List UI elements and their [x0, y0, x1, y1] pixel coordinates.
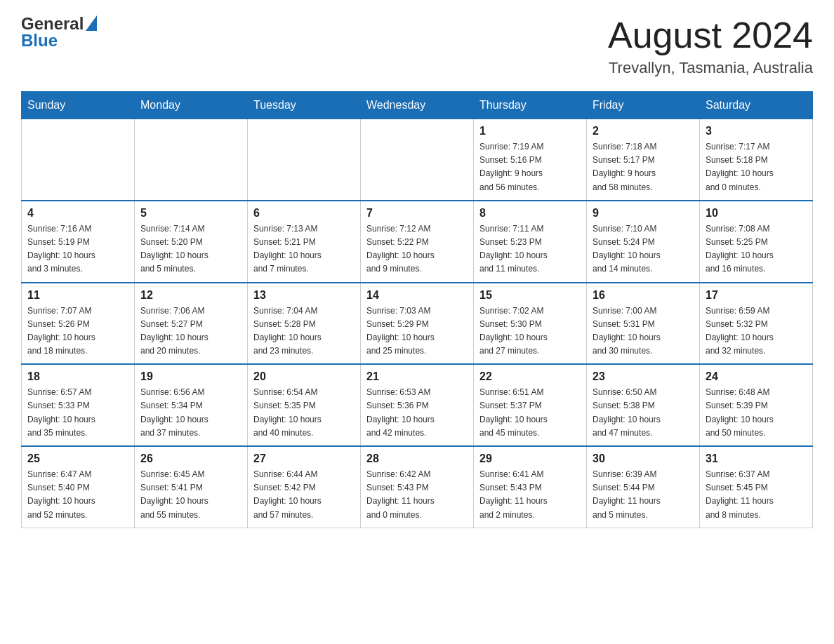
header-day-sunday: Sunday: [22, 92, 135, 119]
calendar-week-row: 4Sunrise: 7:16 AM Sunset: 5:19 PM Daylig…: [22, 201, 813, 283]
calendar-week-row: 1Sunrise: 7:19 AM Sunset: 5:16 PM Daylig…: [22, 119, 813, 201]
day-info: Sunrise: 6:59 AM Sunset: 5:32 PM Dayligh…: [706, 304, 807, 358]
calendar-week-row: 11Sunrise: 7:07 AM Sunset: 5:26 PM Dayli…: [22, 283, 813, 365]
calendar-header-row: SundayMondayTuesdayWednesdayThursdayFrid…: [22, 92, 813, 119]
day-info: Sunrise: 6:51 AM Sunset: 5:37 PM Dayligh…: [479, 386, 581, 440]
day-info: Sunrise: 6:48 AM Sunset: 5:39 PM Dayligh…: [706, 386, 807, 440]
day-number: 18: [27, 370, 128, 383]
day-number: 29: [479, 452, 581, 465]
day-number: 6: [253, 207, 355, 220]
day-number: 5: [140, 207, 241, 220]
calendar-cell: 11Sunrise: 7:07 AM Sunset: 5:26 PM Dayli…: [22, 283, 135, 365]
day-number: 1: [479, 125, 581, 137]
calendar-cell: 22Sunrise: 6:51 AM Sunset: 5:37 PM Dayli…: [474, 364, 587, 446]
day-info: Sunrise: 6:42 AM Sunset: 5:43 PM Dayligh…: [366, 468, 468, 522]
calendar-cell: [361, 119, 474, 201]
day-info: Sunrise: 7:08 AM Sunset: 5:25 PM Dayligh…: [706, 222, 807, 276]
day-number: 22: [479, 370, 581, 383]
day-info: Sunrise: 7:10 AM Sunset: 5:24 PM Dayligh…: [593, 222, 694, 276]
header-day-monday: Monday: [135, 92, 248, 119]
calendar-cell: 18Sunrise: 6:57 AM Sunset: 5:33 PM Dayli…: [22, 364, 135, 446]
calendar-cell: 17Sunrise: 6:59 AM Sunset: 5:32 PM Dayli…: [700, 283, 813, 365]
day-number: 13: [253, 289, 355, 302]
day-info: Sunrise: 7:17 AM Sunset: 5:18 PM Dayligh…: [706, 140, 807, 194]
calendar-cell: 1Sunrise: 7:19 AM Sunset: 5:16 PM Daylig…: [474, 119, 587, 201]
calendar-cell: 4Sunrise: 7:16 AM Sunset: 5:19 PM Daylig…: [22, 201, 135, 283]
header-day-friday: Friday: [587, 92, 700, 119]
day-info: Sunrise: 6:39 AM Sunset: 5:44 PM Dayligh…: [593, 468, 694, 522]
day-number: 9: [593, 207, 694, 220]
day-number: 27: [253, 452, 355, 465]
day-number: 25: [27, 452, 128, 465]
day-info: Sunrise: 6:37 AM Sunset: 5:45 PM Dayligh…: [706, 468, 807, 522]
calendar-cell: 31Sunrise: 6:37 AM Sunset: 5:45 PM Dayli…: [700, 446, 813, 528]
calendar-cell: 5Sunrise: 7:14 AM Sunset: 5:20 PM Daylig…: [135, 201, 248, 283]
calendar-cell: 19Sunrise: 6:56 AM Sunset: 5:34 PM Dayli…: [135, 364, 248, 446]
calendar-cell: 20Sunrise: 6:54 AM Sunset: 5:35 PM Dayli…: [248, 364, 361, 446]
calendar-cell: 14Sunrise: 7:03 AM Sunset: 5:29 PM Dayli…: [361, 283, 474, 365]
calendar-cell: 10Sunrise: 7:08 AM Sunset: 5:25 PM Dayli…: [700, 201, 813, 283]
day-number: 26: [140, 452, 241, 465]
logo-blue-text: Blue: [21, 31, 58, 51]
day-number: 23: [593, 370, 694, 383]
calendar-week-row: 25Sunrise: 6:47 AM Sunset: 5:40 PM Dayli…: [22, 446, 813, 528]
month-title: August 2024: [608, 14, 813, 56]
day-info: Sunrise: 6:53 AM Sunset: 5:36 PM Dayligh…: [366, 386, 468, 440]
day-info: Sunrise: 6:57 AM Sunset: 5:33 PM Dayligh…: [27, 386, 128, 440]
calendar-cell: 2Sunrise: 7:18 AM Sunset: 5:17 PM Daylig…: [587, 119, 700, 201]
calendar-cell: 21Sunrise: 6:53 AM Sunset: 5:36 PM Dayli…: [361, 364, 474, 446]
day-number: 14: [366, 289, 468, 302]
day-number: 2: [593, 125, 694, 137]
day-number: 28: [366, 452, 468, 465]
logo-arrow-icon: [86, 15, 97, 31]
day-info: Sunrise: 7:07 AM Sunset: 5:26 PM Dayligh…: [27, 304, 128, 358]
day-number: 20: [253, 370, 355, 383]
day-info: Sunrise: 7:13 AM Sunset: 5:21 PM Dayligh…: [253, 222, 355, 276]
day-number: 10: [706, 207, 807, 220]
day-info: Sunrise: 7:14 AM Sunset: 5:20 PM Dayligh…: [140, 222, 241, 276]
day-number: 31: [706, 452, 807, 465]
day-number: 16: [593, 289, 694, 302]
calendar-cell: 8Sunrise: 7:11 AM Sunset: 5:23 PM Daylig…: [474, 201, 587, 283]
calendar-cell: 3Sunrise: 7:17 AM Sunset: 5:18 PM Daylig…: [700, 119, 813, 201]
day-info: Sunrise: 7:18 AM Sunset: 5:17 PM Dayligh…: [593, 140, 694, 194]
location-title: Trevallyn, Tasmania, Australia: [608, 59, 813, 77]
day-number: 11: [27, 289, 128, 302]
day-info: Sunrise: 7:06 AM Sunset: 5:27 PM Dayligh…: [140, 304, 241, 358]
calendar-cell: 6Sunrise: 7:13 AM Sunset: 5:21 PM Daylig…: [248, 201, 361, 283]
calendar-cell: 28Sunrise: 6:42 AM Sunset: 5:43 PM Dayli…: [361, 446, 474, 528]
calendar-cell: 24Sunrise: 6:48 AM Sunset: 5:39 PM Dayli…: [700, 364, 813, 446]
day-info: Sunrise: 7:00 AM Sunset: 5:31 PM Dayligh…: [593, 304, 694, 358]
day-info: Sunrise: 7:02 AM Sunset: 5:30 PM Dayligh…: [479, 304, 581, 358]
calendar-cell: 27Sunrise: 6:44 AM Sunset: 5:42 PM Dayli…: [248, 446, 361, 528]
day-info: Sunrise: 6:54 AM Sunset: 5:35 PM Dayligh…: [253, 386, 355, 440]
day-number: 7: [366, 207, 468, 220]
calendar-table: SundayMondayTuesdayWednesdayThursdayFrid…: [21, 91, 813, 528]
header-day-saturday: Saturday: [700, 92, 813, 119]
day-info: Sunrise: 7:11 AM Sunset: 5:23 PM Dayligh…: [479, 222, 581, 276]
calendar-cell: 25Sunrise: 6:47 AM Sunset: 5:40 PM Dayli…: [22, 446, 135, 528]
day-number: 19: [140, 370, 241, 383]
header-day-wednesday: Wednesday: [361, 92, 474, 119]
day-info: Sunrise: 6:56 AM Sunset: 5:34 PM Dayligh…: [140, 386, 241, 440]
calendar-cell: 9Sunrise: 7:10 AM Sunset: 5:24 PM Daylig…: [587, 201, 700, 283]
day-info: Sunrise: 7:03 AM Sunset: 5:29 PM Dayligh…: [366, 304, 468, 358]
day-number: 8: [479, 207, 581, 220]
header-day-thursday: Thursday: [474, 92, 587, 119]
day-info: Sunrise: 7:19 AM Sunset: 5:16 PM Dayligh…: [479, 140, 581, 194]
day-number: 21: [366, 370, 468, 383]
day-info: Sunrise: 7:04 AM Sunset: 5:28 PM Dayligh…: [253, 304, 355, 358]
calendar-cell: 23Sunrise: 6:50 AM Sunset: 5:38 PM Dayli…: [587, 364, 700, 446]
header-day-tuesday: Tuesday: [248, 92, 361, 119]
day-number: 3: [706, 125, 807, 137]
logo: General Blue: [21, 14, 97, 51]
day-number: 4: [27, 207, 128, 220]
calendar-week-row: 18Sunrise: 6:57 AM Sunset: 5:33 PM Dayli…: [22, 364, 813, 446]
day-info: Sunrise: 6:45 AM Sunset: 5:41 PM Dayligh…: [140, 468, 241, 522]
calendar-cell: 29Sunrise: 6:41 AM Sunset: 5:43 PM Dayli…: [474, 446, 587, 528]
calendar-cell: 15Sunrise: 7:02 AM Sunset: 5:30 PM Dayli…: [474, 283, 587, 365]
day-info: Sunrise: 7:12 AM Sunset: 5:22 PM Dayligh…: [366, 222, 468, 276]
day-number: 17: [706, 289, 807, 302]
day-number: 15: [479, 289, 581, 302]
calendar-cell: 7Sunrise: 7:12 AM Sunset: 5:22 PM Daylig…: [361, 201, 474, 283]
